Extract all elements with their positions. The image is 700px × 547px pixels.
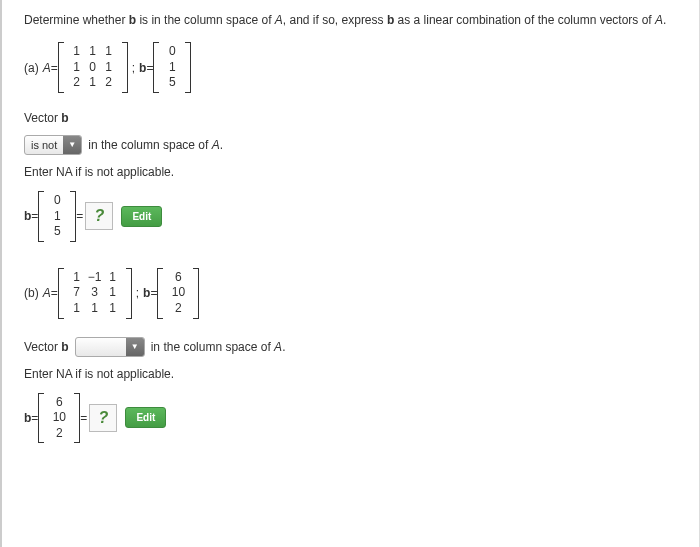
dropdown-value: is not bbox=[25, 136, 63, 154]
question-prompt: Determine whether b is in the column spa… bbox=[24, 12, 681, 28]
part-a-dropdown[interactable]: is not ▼ bbox=[24, 135, 82, 155]
part-b-vector-label: Vector b bbox=[24, 340, 69, 354]
chevron-down-icon: ▼ bbox=[126, 338, 144, 356]
dropdown-value bbox=[76, 338, 126, 356]
part-a-answer-input[interactable]: ? bbox=[85, 202, 113, 230]
part-b-dropdown-suffix: in the column space of A. bbox=[151, 340, 286, 354]
part-b-answer-input[interactable]: ? bbox=[89, 404, 117, 432]
part-b-equation: (b) A = 1−11 731 111 ; b = 6 10 bbox=[24, 268, 681, 319]
part-b-expression: b = 6 10 2 = ? Edit bbox=[24, 393, 681, 444]
part-a-equation: (a) A = 111 101 212 ; b = 0 1 bbox=[24, 42, 681, 93]
part-a-vector-label: Vector b bbox=[24, 111, 681, 125]
part-a-expression: b = 0 1 5 = ? Edit bbox=[24, 191, 681, 242]
chevron-down-icon: ▼ bbox=[63, 136, 81, 154]
part-b-edit-button[interactable]: Edit bbox=[125, 407, 166, 428]
part-a-na-note: Enter NA if is not applicable. bbox=[24, 165, 681, 179]
part-a-edit-button[interactable]: Edit bbox=[121, 206, 162, 227]
part-b-dropdown[interactable]: ▼ bbox=[75, 337, 145, 357]
part-b-na-note: Enter NA if is not applicable. bbox=[24, 367, 681, 381]
part-a-dropdown-suffix: in the column space of A. bbox=[88, 138, 223, 152]
